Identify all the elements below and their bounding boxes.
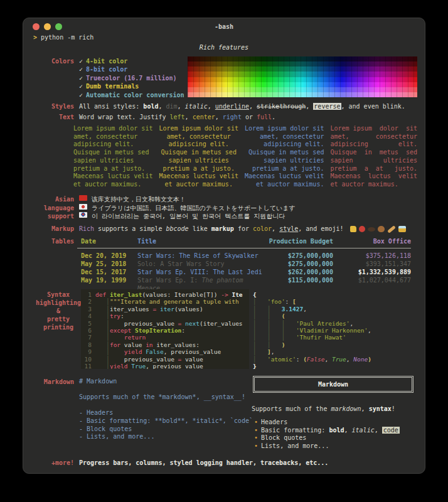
text-run [285, 320, 296, 327]
text-run: left [170, 114, 185, 120]
check-icon: ✓ [79, 66, 83, 73]
text-run: 'Thufir Hawat' [296, 334, 346, 341]
line-number: 11 [83, 363, 92, 369]
text-run: . [402, 103, 405, 110]
text-run: : [181, 327, 185, 334]
text-run [95, 327, 106, 334]
section-label-text: Text [33, 113, 74, 121]
text-run: , previous_value [146, 363, 203, 369]
code-line: 5 │ previous_value = next(iter_values [83, 320, 249, 327]
code-line: │ 'atomic': (False, True, None) [253, 356, 415, 363]
code-line: 11 │yield True, previous_value [83, 363, 249, 369]
bullet-icon: • [254, 442, 258, 449]
text-run [95, 334, 106, 341]
column-header-budget: Production Budget [264, 237, 333, 245]
lorem-columns: Lorem ipsum dolor sit amet, consectetur … [73, 125, 417, 189]
text-run: color [253, 225, 272, 232]
text-run: yield [124, 348, 142, 355]
text-run: like [189, 225, 211, 232]
text-run: Solo [137, 260, 152, 267]
check-icon: ✓ [79, 75, 83, 82]
text-run: Supports much of the [252, 405, 331, 412]
text-run: reverse [313, 103, 341, 110]
line-number: 7 [83, 334, 92, 341]
text-run: markup [211, 225, 234, 232]
text-run [285, 327, 296, 334]
text-run: except [110, 327, 131, 334]
color-bar-row [188, 56, 417, 61]
text-run: , previous_value [164, 348, 221, 355]
text-run: , [271, 348, 275, 355]
text-run: (iter_values [200, 320, 243, 327]
thumbs-up-emoji-icon [350, 226, 356, 232]
prompt-icon: > [33, 34, 37, 41]
section-label-asian: Asian language support [33, 195, 74, 221]
text-run: underline [215, 103, 249, 110]
line-number: 4 [83, 312, 92, 319]
code-line: 2 │"""Iterate and generate a tuple with [83, 298, 249, 305]
text-run: Star Wars Ep. [137, 277, 190, 284]
text-run: ( [282, 312, 285, 319]
python-code-block: 1def iter_last(values: Iterable[T]) -> I… [81, 289, 249, 369]
korean-line: 이 라이브러리는 중국어, 일본어 및 한국어 텍스트를 지원합니다 [79, 212, 296, 221]
list-item: •Basic formatting: bold, italic, code [254, 427, 400, 435]
text-run: False [146, 348, 164, 355]
text-run: , [185, 114, 193, 120]
text-run: , [272, 225, 279, 232]
text-run [95, 356, 106, 363]
bear-emoji-icon [378, 226, 385, 232]
text-run [271, 327, 282, 334]
text-run [271, 312, 282, 319]
text-run: style [279, 225, 298, 232]
page-title: Rich features [23, 43, 425, 51]
markup-demo-line: Rich supports a simple bbcode like marku… [79, 225, 406, 233]
text-run [95, 320, 106, 327]
text-run: , [208, 103, 215, 110]
text-run: , [361, 405, 369, 412]
text-run [257, 312, 267, 319]
text-run: supports a simple [94, 225, 166, 232]
text-run: , [344, 427, 352, 434]
list-item: ✓4-bit color [79, 57, 184, 65]
text-run: , [178, 103, 185, 110]
text-run: syntax [369, 405, 392, 412]
text-run: bold [329, 427, 344, 434]
code-line: │ │ │ 'Vladimir Harkonnen', [253, 327, 415, 334]
text-run: , [324, 356, 331, 363]
text-run: in [146, 341, 152, 348]
code-line: │ ], [253, 348, 415, 355]
text-run [95, 312, 106, 319]
text-run [271, 320, 282, 327]
text-run: All ansi styles: [79, 103, 143, 110]
text-run [271, 334, 282, 341]
terminal-window: -bash >python -m rich Rich features Colo… [23, 18, 425, 474]
code-line: │ 'foo': [ [253, 298, 415, 305]
color-bar-row [188, 77, 417, 82]
text-run: (values) [174, 306, 203, 312]
code-line: 3 │iter_values = iter(values) [83, 306, 249, 312]
text-run: bbcode [166, 225, 188, 232]
text-run: ) [282, 341, 285, 348]
text-run: previous_value [110, 320, 178, 327]
table-row: May 25, 2018 Solo: A Star Wars Story $27… [77, 260, 411, 268]
color-bar-row [188, 92, 417, 97]
text-run: try [110, 312, 120, 319]
text-run [95, 298, 106, 305]
text-run: : [194, 277, 201, 284]
text-run: previous_value [110, 356, 178, 363]
text-run: value [120, 341, 146, 348]
code-line: 7 │ return [83, 334, 249, 341]
section-label-more: +more! [33, 459, 74, 467]
text-run: 'atomic' [267, 356, 296, 363]
code-line: { [253, 291, 415, 298]
color-bar-row [188, 82, 417, 87]
text-run: : [285, 298, 292, 305]
text-run: Basic formatting: [261, 427, 329, 434]
text-run: . [272, 114, 275, 120]
lorem-full-column: Lorem ipsum dolor sit amet, consectetur … [331, 125, 417, 189]
list-item: ✓Truecolor (16.7 million) [79, 74, 184, 82]
text-run [271, 341, 282, 348]
text-run: $1,027,044,677 [358, 277, 411, 284]
color-bar-row [188, 72, 417, 77]
table-row: May 19, 1999 Star Wars Ep. I: The phanto… [77, 276, 411, 284]
